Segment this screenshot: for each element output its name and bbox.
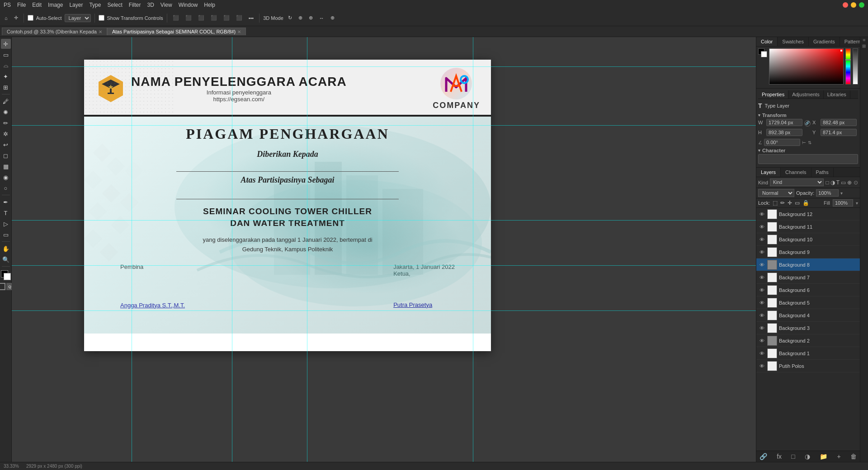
link-layers-btn[interactable]: 🔗 [758, 452, 769, 461]
layer-item[interactable]: 👁Background 12 [756, 208, 860, 221]
menu-layer[interactable]: Layer [69, 2, 83, 8]
filter-type-icon[interactable]: T [836, 179, 840, 186]
layers-tab-channels[interactable]: Channels [781, 168, 811, 177]
layer-item[interactable]: 👁Putih Polos [756, 360, 860, 372]
3d-tool-3[interactable]: ⊕ [307, 14, 315, 22]
crop-tool-btn[interactable]: ⊞ [1, 82, 11, 92]
layer-item[interactable]: 👁Background 7 [756, 271, 860, 284]
layer-visibility-icon[interactable]: 👁 [758, 223, 765, 230]
maximize-button[interactable] [859, 2, 864, 8]
gradient-btn[interactable]: ▦ [1, 161, 11, 171]
tab-1[interactable]: Contoh.psd @ 33.3% (Diberikan Kepada ✕ [2, 28, 107, 35]
link-icon[interactable]: 🔗 [804, 120, 811, 127]
opacity-input[interactable] [816, 189, 839, 197]
path-select-btn[interactable]: ▷ [1, 219, 11, 229]
tab-color[interactable]: Color [756, 37, 778, 46]
hand-tool-btn[interactable]: ✋ [1, 244, 11, 254]
pen-tool-btn[interactable]: ✒ [1, 197, 11, 207]
angle-input[interactable] [764, 139, 800, 146]
layer-visibility-icon[interactable]: 👁 [758, 337, 765, 344]
filter-adjust-icon[interactable]: ◑ [830, 179, 835, 186]
marquee-tool-btn[interactable]: ▭ [1, 50, 11, 60]
layer-visibility-icon[interactable]: 👁 [758, 324, 765, 332]
menu-image[interactable]: Image [48, 2, 63, 8]
color-swatch-box[interactable] [758, 48, 767, 57]
x-input[interactable] [821, 119, 857, 126]
layer-item[interactable]: 👁Background 5 [756, 296, 860, 309]
align-top-btn[interactable]: ⬛ [209, 14, 219, 22]
gradient-picker[interactable] [769, 48, 844, 85]
layer-visibility-icon[interactable]: 👁 [758, 287, 765, 294]
lock-all-icon[interactable]: 🔒 [802, 200, 809, 206]
home-tool[interactable]: ⌂ [3, 14, 9, 22]
layer-item[interactable]: 👁Background 1 [756, 347, 860, 360]
lasso-tool-btn[interactable]: ⌓ [1, 61, 11, 70]
layer-item[interactable]: 👁Background 3 [756, 322, 860, 334]
new-layer-btn[interactable]: + [836, 452, 842, 461]
layer-visibility-icon[interactable]: 👁 [758, 299, 765, 306]
menu-3d[interactable]: 3D [147, 2, 154, 8]
lock-transparent-icon[interactable]: ⬚ [773, 200, 778, 206]
alpha-slider[interactable] [853, 48, 858, 85]
layers-list[interactable]: 👁Background 12👁Background 11👁Background … [756, 208, 860, 451]
menu-select[interactable]: Select [107, 2, 122, 8]
layer-visibility-icon[interactable]: 👁 [758, 312, 765, 319]
fill-arrow[interactable]: ▾ [856, 201, 858, 206]
character-input[interactable] [758, 154, 858, 164]
auto-select-checkbox[interactable] [28, 15, 33, 21]
adjustment-btn[interactable]: ◑ [803, 452, 811, 461]
opacity-arrow[interactable]: ▾ [840, 191, 843, 196]
align-center-btn[interactable]: ⬛ [184, 14, 193, 22]
show-transform-checkbox[interactable] [99, 15, 104, 21]
tab-swatches[interactable]: Swatches [778, 37, 809, 46]
menu-file[interactable]: File [17, 2, 26, 8]
layer-item[interactable]: 👁Background 10 [756, 233, 860, 246]
align-right-btn[interactable]: ⬛ [196, 14, 206, 22]
layers-tab-paths[interactable]: Paths [811, 168, 834, 177]
history-btn[interactable]: ↩ [1, 140, 11, 150]
minimize-button[interactable] [851, 2, 856, 8]
hue-slider[interactable] [845, 48, 851, 85]
tab-1-close[interactable]: ✕ [99, 29, 102, 34]
menu-ps[interactable]: PS [4, 2, 11, 8]
zoom-tool-btn[interactable]: 🔍 [1, 254, 11, 264]
3d-tool-5[interactable]: ⊕ [329, 14, 336, 22]
move-tool[interactable]: ✛ [12, 14, 20, 22]
shape-tool-btn[interactable]: ▭ [1, 230, 11, 240]
menu-help[interactable]: Help [204, 2, 215, 8]
transform-section-header[interactable]: Transform [758, 113, 858, 118]
layer-effects-btn[interactable]: fx [775, 452, 783, 461]
menu-window[interactable]: Window [179, 2, 198, 8]
3d-tool-4[interactable]: ↔ [317, 14, 326, 22]
filter-shape-icon[interactable]: ▭ [841, 179, 846, 186]
color-swatch-area[interactable] [1, 270, 11, 280]
tab-adjustments[interactable]: Adjustments [788, 90, 824, 99]
w-input[interactable] [766, 119, 802, 126]
delete-layer-btn[interactable]: 🗑 [849, 452, 858, 461]
more-options-btn[interactable]: ••• [247, 14, 256, 22]
tab-libraries[interactable]: Libraries [824, 90, 850, 99]
strip-icon-1[interactable]: ≡ [862, 39, 867, 42]
character-section-header[interactable]: Character [758, 148, 858, 153]
canvas-area[interactable]: NAMA PENYELENGGARA ACARA Informasi penye… [12, 37, 756, 462]
align-middle-btn[interactable]: ⬛ [222, 14, 231, 22]
standard-mode-btn[interactable] [0, 283, 5, 290]
dodge-btn[interactable]: ○ [1, 183, 11, 193]
group-btn[interactable]: 📁 [818, 452, 829, 461]
lock-move-icon[interactable]: ✛ [788, 200, 792, 206]
filter-toggle-icon[interactable]: ⊙ [854, 179, 858, 186]
layers-tab-layers[interactable]: Layers [756, 168, 781, 177]
heal-btn[interactable]: ✺ [1, 107, 11, 117]
menu-filter[interactable]: Filter [129, 2, 141, 8]
eyedropper-btn[interactable]: 🖉 [1, 96, 11, 106]
brush-btn[interactable]: ✏ [1, 118, 11, 128]
layer-item[interactable]: 👁Background 6 [756, 284, 860, 296]
layer-select[interactable]: Layer [65, 14, 91, 22]
blend-mode-select[interactable]: Normal [758, 189, 794, 197]
tab-patterns[interactable]: Patterns [840, 37, 860, 46]
mask-btn[interactable]: □ [790, 452, 796, 461]
type-tool-btn[interactable]: T [1, 208, 11, 218]
3d-tool-1[interactable]: ↻ [286, 14, 294, 22]
layer-visibility-icon[interactable]: 👁 [758, 350, 765, 357]
blur-btn[interactable]: ◉ [1, 172, 11, 182]
